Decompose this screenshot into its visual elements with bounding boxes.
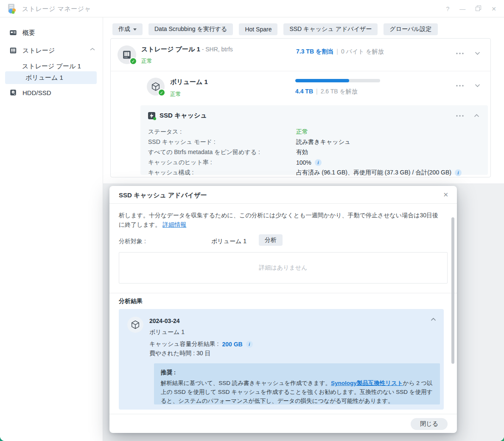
toolbar: 作成 Data Scrubbing を実行する Hot Spare SSD キャ… xyxy=(112,23,438,35)
row-label: キャッシュのヒット率 : xyxy=(148,159,296,166)
storage-pool-card: ✓ ストレージ プール 1 - SHR, btrfs 正常 7.3 TB を割当… xyxy=(110,38,491,177)
result-volume: ボリューム 1 xyxy=(149,329,185,336)
recommendation-label: 推奨 : xyxy=(161,368,433,377)
volume-used-link[interactable]: 4.4 TB xyxy=(295,88,313,95)
dialog-header[interactable]: SSD キャッシュ アドバイザー ✕ xyxy=(109,186,457,204)
storage-icon xyxy=(9,47,17,54)
pool-more-icon[interactable] xyxy=(456,52,464,55)
analysis-results-heading: 分析結果 xyxy=(119,298,143,305)
info-icon[interactable]: i xyxy=(246,341,253,348)
help-icon[interactable]: ? xyxy=(446,6,449,12)
chevron-up-icon[interactable] xyxy=(90,48,95,51)
sidebar-item-label: HDD/SSD xyxy=(22,89,51,96)
dialog-scrollbar-thumb[interactable] xyxy=(451,217,454,364)
titlebar: ストレージ マネージャ ? — ✕ xyxy=(0,0,504,17)
volume-usage-bar xyxy=(295,79,380,82)
cache-status-row: ステータス : 正常 xyxy=(148,127,480,137)
volume-chevron-down-icon[interactable] xyxy=(475,84,480,87)
volume-row[interactable]: ✓ ボリューム 1 正常 4.4 TB|2.6 TB を解放 xyxy=(111,72,490,104)
volume-more-icon[interactable] xyxy=(456,84,464,87)
pool-row[interactable]: ✓ ストレージ プール 1 - SHR, btrfs 正常 7.3 TB を割当… xyxy=(111,39,490,71)
divider xyxy=(109,293,457,293)
pool-title: ストレージ プール 1 - SHR, btrfs xyxy=(141,45,233,53)
sidebar-item-storage[interactable]: ストレージ xyxy=(0,44,103,57)
pool-released: 0 バイト を解放 xyxy=(341,48,384,55)
info-icon[interactable]: i xyxy=(455,169,462,176)
row-value: 100%i xyxy=(296,159,322,166)
pool-allocated-link[interactable]: 7.3 TB を割当 xyxy=(296,48,333,55)
dialog-close-icon[interactable]: ✕ xyxy=(443,191,448,199)
cache-hit-rate-row: キャッシュのヒット率 : 100%i xyxy=(148,157,480,168)
row-value: 正常 xyxy=(296,128,308,136)
row-label: すべての Btrfs metadata をピン留めする : xyxy=(148,149,296,156)
window-controls: ? — ✕ xyxy=(446,0,496,17)
hdd-icon xyxy=(9,89,17,96)
app-title: ストレージ マネージャ xyxy=(22,5,91,13)
pool-icon: ✓ xyxy=(118,45,136,64)
minimize-icon[interactable]: — xyxy=(459,6,465,12)
pipe-divider: | xyxy=(316,88,318,95)
sidebar-item-overview[interactable]: 概要 xyxy=(0,26,103,39)
ssd-cache-info: ステータス : 正常 SSD キャッシュ モード : 読み書きキャッシュ すべて… xyxy=(148,127,480,178)
create-button-label: 作成 xyxy=(118,25,130,33)
pool-usage-line: 7.3 TB を割当|0 バイト を解放 xyxy=(296,48,384,56)
global-settings-button[interactable]: グローバル設定 xyxy=(384,23,437,35)
recommendation-text: 解析結果に基づいて、SSD 読み書きキャッシュを作成できます。 xyxy=(161,380,331,386)
time-label: 費やされた時間 : xyxy=(149,350,195,357)
close-icon[interactable]: ✕ xyxy=(491,6,496,12)
result-chevron-up-icon[interactable] xyxy=(431,317,436,321)
ssd-cache-more-icon[interactable] xyxy=(456,115,464,117)
close-button[interactable]: 閉じる xyxy=(411,418,448,430)
ssd-cache-title: SSD キャッシュ xyxy=(160,112,207,120)
caret-down-icon xyxy=(133,28,137,31)
row-label: ステータス : xyxy=(148,128,296,136)
sidebar-item-hdd-ssd[interactable]: HDD/SSD xyxy=(0,86,103,99)
sidebar-item-volume-1[interactable]: ボリューム 1 xyxy=(5,71,97,84)
volume-cube-icon xyxy=(127,317,143,333)
analysis-target-label: 分析対象 : xyxy=(119,238,146,245)
volume-status: 正常 xyxy=(170,90,208,98)
cache-composition-row: キャッシュ構成 : 占有済み (96.1 GB)、再使用可能 (37.3 GB)… xyxy=(148,168,480,178)
sidebar-item-label: ボリューム 1 xyxy=(25,74,63,82)
pool-subtitle: - SHR, btrfs xyxy=(200,46,233,53)
time-value: 30 日 xyxy=(196,350,210,357)
details-empty-box: 詳細はありません xyxy=(119,252,448,284)
pool-chevron-down-icon[interactable] xyxy=(475,51,480,55)
row-value: 占有済み (96.1 GB)、再使用可能 (37.3 GB) / 合計(200 … xyxy=(296,169,462,177)
healthy-check-icon: ✓ xyxy=(158,89,165,96)
cache-mode-row: SSD キャッシュ モード : 読み書きキャッシュ xyxy=(148,137,480,147)
ssd-cache-header: SSD キャッシュ xyxy=(148,112,480,120)
sidebar-item-storage-pool-1[interactable]: ストレージ プール 1 xyxy=(0,60,103,73)
volume-usage-line: 4.4 TB|2.6 TB を解放 xyxy=(295,88,358,96)
hit-rate-value: 100% xyxy=(296,159,311,166)
ssd-cache-advisor-button[interactable]: SSD キャッシュ アドバイザー xyxy=(283,23,378,35)
dialog-title: SSD キャッシュ アドバイザー xyxy=(119,191,207,199)
analyze-button[interactable]: 分析 xyxy=(259,234,283,246)
ssd-cache-advisor-dialog: SSD キャッシュ アドバイザー ✕ 析します。十分なデータを収集するために、こ… xyxy=(109,186,457,433)
more-info-link[interactable]: 詳細情報 xyxy=(162,221,186,228)
result-capacity-line: キャッシュ容量分析結果 : 200 GB i xyxy=(149,340,253,348)
result-time-line: 費やされた時間 : 30 日 xyxy=(149,350,210,357)
sidebar-item-label: 概要 xyxy=(22,29,35,37)
ssd-cache-panel: SSD キャッシュ ステータス : 正常 SSD キャッシュ モード : 読み書… xyxy=(140,105,488,175)
sidebar-item-label: ストレージ プール 1 xyxy=(22,62,81,70)
ssd-cache-chevron-up-icon[interactable] xyxy=(474,114,479,118)
analysis-target-value: ボリューム 1 xyxy=(211,238,246,245)
compatibility-list-link[interactable]: Synology製品互換性リスト xyxy=(331,380,403,386)
cache-pin-metadata-row: すべての Btrfs metadata をピン留めする : 有効 xyxy=(148,147,480,157)
composition-value: 占有済み (96.1 GB)、再使用可能 (37.3 GB) / 合計(200 … xyxy=(296,169,451,177)
pipe-divider: | xyxy=(336,48,338,55)
recommendation-box: 推奨 : 解析結果に基づいて、SSD 読み書きキャッシュを作成できます。Syno… xyxy=(154,363,440,404)
create-button[interactable]: 作成 xyxy=(112,23,143,35)
info-icon[interactable]: i xyxy=(315,159,322,166)
empty-text: 詳細はありません xyxy=(259,264,308,272)
restore-icon[interactable] xyxy=(476,6,481,12)
data-scrubbing-button[interactable]: Data Scrubbing を実行する xyxy=(148,23,233,35)
row-value: 読み書きキャッシュ xyxy=(296,138,350,146)
hot-spare-button[interactable]: Hot Spare xyxy=(239,23,277,35)
pool-name: ストレージ プール 1 xyxy=(141,45,200,53)
row-label: キャッシュ構成 : xyxy=(148,169,296,177)
storage-manager-app-icon xyxy=(6,3,17,14)
status-dot xyxy=(153,117,156,120)
app-window: ストレージ マネージャ ? — ✕ 概要 ストレージ ストレージ プール 1 ボ… xyxy=(0,0,504,441)
